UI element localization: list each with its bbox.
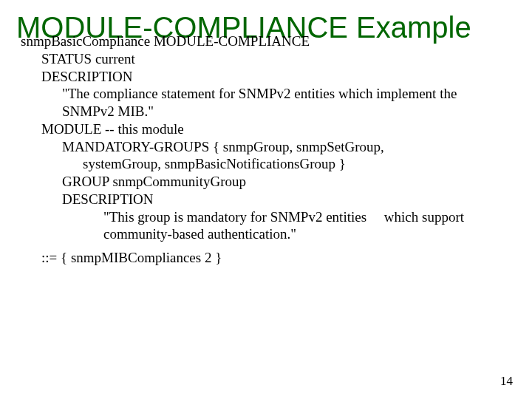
code-line: MODULE -- this module (16, 120, 516, 138)
code-line: community-based authentication." (16, 225, 516, 243)
code-line: "This group is mandatory for SNMPv2 enti… (16, 208, 516, 226)
code-line: STATUS current (16, 50, 516, 68)
code-line: ::= { snmpMIBCompliances 2 } (16, 249, 516, 267)
blank-line (16, 243, 516, 249)
code-line: SNMPv2 MIB." (16, 103, 516, 120)
slide: MODULE-COMPLIANCE Example snmpBasicCompl… (0, 0, 532, 399)
code-line: "The compliance statement for SNMPv2 ent… (16, 85, 516, 103)
code-line: GROUP snmpCommunityGroup (16, 173, 516, 191)
code-line: systemGroup, snmpBasicNotificationsGroup… (16, 155, 516, 173)
code-line: DESCRIPTION (16, 68, 516, 86)
page-number: 14 (500, 374, 513, 389)
code-line: MANDATORY-GROUPS { snmpGroup, snmpSetGro… (16, 138, 516, 156)
slide-body: snmpBasicCompliance MODULE-COMPLIANCE ST… (16, 33, 516, 267)
code-line: DESCRIPTION (16, 191, 516, 208)
